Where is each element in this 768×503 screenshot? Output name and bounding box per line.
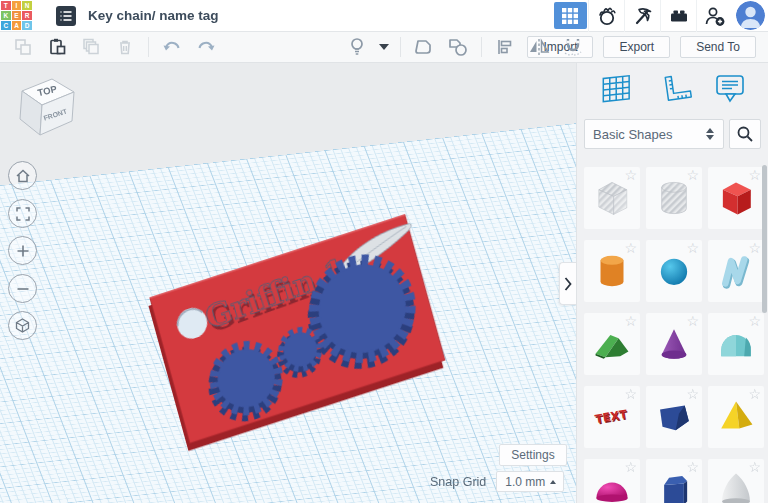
view-cube[interactable]: TOP FRONT [4, 67, 82, 147]
document-properties-icon[interactable] [56, 6, 76, 26]
shape-tile-round-roof[interactable] [708, 313, 764, 375]
brick-export-button[interactable] [660, 0, 696, 32]
circuits-button[interactable] [588, 0, 624, 32]
flip-button[interactable] [524, 34, 554, 60]
snap-grid-row: Snap Grid 1.0 mm [430, 471, 564, 492]
group-button[interactable] [409, 34, 439, 60]
logo-cell: N [22, 1, 32, 10]
logo-cell: T [1, 1, 11, 10]
divider [400, 37, 401, 57]
snap-grid-select[interactable]: 1.0 mm [496, 471, 564, 492]
shape-tile-cylinder-hole[interactable] [646, 167, 702, 229]
shape-tile-cylinder[interactable] [584, 240, 640, 302]
undo-icon [161, 37, 183, 57]
favorite-star-icon[interactable] [686, 167, 699, 183]
favorite-star-icon[interactable] [748, 313, 761, 329]
ungroup-button[interactable] [443, 34, 473, 60]
panel-filter-row: Basic Shapes [577, 111, 768, 149]
invite-button[interactable] [696, 0, 732, 32]
favorite-star-icon[interactable] [748, 386, 761, 402]
invite-person-icon [703, 4, 727, 28]
redo-button[interactable] [191, 34, 221, 60]
shape-tile-polygon[interactable] [646, 459, 702, 503]
favorite-star-icon[interactable] [624, 386, 637, 402]
settings-button[interactable]: Settings [499, 444, 567, 466]
copy-button[interactable] [8, 34, 38, 60]
favorite-star-icon[interactable] [624, 313, 637, 329]
workplane-icon [599, 72, 637, 106]
redo-icon [195, 37, 217, 57]
send-to-button[interactable]: Send To [680, 36, 756, 58]
favorite-star-icon[interactable] [624, 240, 637, 256]
undo-button[interactable] [157, 34, 187, 60]
shape-tile-half-sphere[interactable] [584, 459, 640, 503]
shape-category-value: Basic Shapes [593, 127, 673, 142]
tinkercad-app: { "header": { "title": "Key chain/ name … [0, 0, 768, 503]
tinkercad-logo[interactable]: T I N K E R C A D [1, 1, 32, 31]
user-avatar[interactable] [736, 1, 765, 30]
shape-tile-roof[interactable] [584, 313, 640, 375]
collapse-panel-button[interactable] [559, 262, 576, 305]
logo-cell: K [1, 11, 11, 20]
shape-tile-wedge[interactable] [646, 386, 702, 448]
shape-tile-cone[interactable] [646, 313, 702, 375]
delete-icon [115, 37, 135, 57]
dropdown-caret-icon [379, 44, 389, 50]
ungroup-icon [446, 36, 470, 58]
delete-button[interactable] [110, 34, 140, 60]
snap-grid-label: Snap Grid [430, 475, 486, 489]
logo-cell: C [1, 21, 11, 30]
magnet-icon [561, 36, 585, 58]
viewport-3d[interactable]: Griffin 1 Griffin 1 [0, 63, 576, 503]
shape-tile-box-transparent[interactable] [584, 167, 640, 229]
home-view-button[interactable] [8, 161, 37, 190]
clipboard-group [8, 34, 221, 60]
shape-tile-paraboloid[interactable] [708, 459, 764, 503]
perspective-toggle-button[interactable] [8, 311, 37, 340]
favorite-star-icon[interactable] [686, 313, 699, 329]
design-title[interactable]: Key chain/ name tag [88, 8, 219, 23]
zoom-out-button[interactable] [8, 274, 37, 303]
divider [148, 37, 149, 57]
notes-tool[interactable] [714, 72, 746, 106]
show-all-icon [347, 36, 367, 58]
logo-cell: A [12, 21, 22, 30]
chevron-right-icon [564, 277, 572, 291]
brick-icon [668, 5, 690, 27]
text-shape-face: TEXT [594, 407, 629, 426]
favorite-star-icon[interactable] [748, 240, 761, 256]
shape-tile-sphere[interactable] [646, 240, 702, 302]
search-shapes-button[interactable] [729, 119, 761, 149]
shape-tile-text[interactable]: TEXT TEXT [584, 386, 640, 448]
dashboard-button[interactable] [552, 0, 588, 32]
favorite-star-icon[interactable] [686, 240, 699, 256]
zoom-in-button[interactable] [8, 236, 37, 265]
magnet-button[interactable] [558, 34, 588, 60]
align-button[interactable] [490, 34, 520, 60]
favorite-star-icon[interactable] [624, 459, 637, 475]
shape-tile-box[interactable] [708, 167, 764, 229]
show-all-button[interactable] [342, 34, 372, 60]
favorite-star-icon[interactable] [686, 459, 699, 475]
ruler-icon [659, 72, 693, 106]
favorite-star-icon[interactable] [686, 386, 699, 402]
shape-tile-pyramid[interactable] [708, 386, 764, 448]
workplane-tool[interactable] [599, 72, 637, 106]
minecraft-export-button[interactable] [624, 0, 660, 32]
duplicate-button[interactable] [76, 34, 106, 60]
favorite-star-icon[interactable] [748, 459, 761, 475]
paste-button[interactable] [42, 34, 72, 60]
favorite-star-icon[interactable] [748, 167, 761, 183]
show-all-caret-button[interactable] [376, 34, 392, 60]
ruler-tool[interactable] [659, 72, 693, 106]
snap-grid-value: 1.0 mm [505, 475, 545, 489]
shape-tile-scribble[interactable] [708, 240, 764, 302]
logo-cell: D [22, 21, 32, 30]
shape-category-select[interactable]: Basic Shapes [584, 119, 724, 149]
export-button[interactable]: Export [603, 36, 670, 58]
fit-view-button[interactable] [8, 199, 37, 228]
panel-scrollbar[interactable] [762, 165, 767, 313]
favorite-star-icon[interactable] [624, 167, 637, 183]
fit-view-icon [15, 206, 31, 222]
notes-icon [714, 72, 746, 106]
